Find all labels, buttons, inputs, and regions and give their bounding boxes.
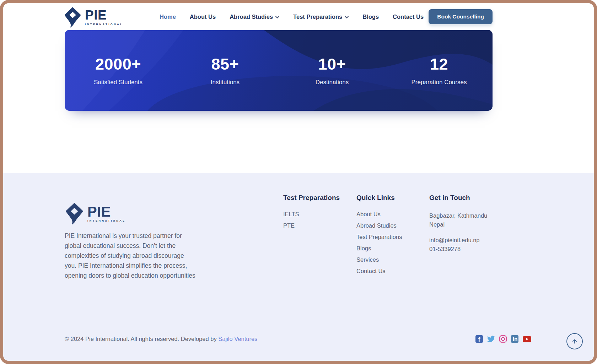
youtube-icon[interactable]: [523, 336, 531, 342]
pie-logo-icon: [65, 203, 85, 225]
nav-link-home[interactable]: Home: [160, 13, 176, 20]
twitter-icon[interactable]: [487, 336, 495, 342]
footer-logo: PIE INTERNATIONAL: [65, 203, 126, 225]
chevron-down-icon: [275, 16, 279, 18]
arrow-up-icon: [571, 337, 579, 345]
stat-satisfied-students: 2000+ Satisfied Students: [65, 55, 172, 86]
footer: PIE INTERNATIONAL PIE International is y…: [3, 173, 594, 361]
window-frame: PIE INTERNATIONAL Home About Us Abroad S…: [0, 0, 597, 364]
stat-value: 85+: [172, 55, 279, 74]
footer-column-title: Get in Touch: [429, 194, 488, 202]
book-counselling-button[interactable]: Book Counselling: [429, 9, 493, 24]
chevron-down-icon: [345, 16, 349, 18]
footer-column-quick-links: Quick Links About Us Abroad Studies Test…: [356, 194, 402, 279]
stat-label: Satisfied Students: [65, 79, 172, 86]
nav-link-test-preparations[interactable]: Test Preparations: [293, 13, 349, 20]
footer-link-ielts[interactable]: IELTS: [283, 211, 340, 217]
copyright: © 2024 Pie International. All rights res…: [65, 336, 257, 342]
stat-destinations: 10+ Destinations: [279, 55, 386, 86]
footer-column-title: Test Preparations: [283, 194, 340, 202]
copyright-text: © 2024 Pie International. All rights res…: [65, 336, 218, 342]
footer-address: Bagbazar, Kathmandu Nepal: [429, 211, 488, 229]
nav-link-blogs[interactable]: Blogs: [362, 13, 379, 20]
stat-label: Destinations: [279, 79, 386, 86]
page: PIE INTERNATIONAL Home About Us Abroad S…: [3, 3, 594, 361]
stat-value: 2000+: [65, 55, 172, 74]
linkedin-icon[interactable]: [511, 335, 518, 343]
footer-link-services[interactable]: Services: [356, 257, 402, 263]
footer-column-test-preparations: Test Preparations IELTS PTE: [283, 194, 340, 234]
footer-link-blogs[interactable]: Blogs: [356, 245, 402, 251]
footer-email[interactable]: info@pieintl.edu.np: [429, 236, 488, 245]
nav-link-abroad-studies[interactable]: Abroad Studies: [230, 13, 279, 20]
brand-name: PIE: [87, 205, 126, 218]
pie-logo-icon: [64, 7, 82, 28]
footer-column-title: Quick Links: [356, 194, 402, 202]
instagram-icon[interactable]: [499, 335, 507, 343]
brand-subtitle: INTERNATIONAL: [85, 23, 123, 26]
facebook-icon[interactable]: [475, 335, 483, 343]
footer-column-get-in-touch: Get in Touch Bagbazar, Kathmandu Nepal i…: [429, 194, 488, 254]
brand-subtitle: INTERNATIONAL: [87, 219, 126, 222]
nav-link-contact-us[interactable]: Contact Us: [393, 13, 424, 20]
scroll-to-top-button[interactable]: [566, 333, 583, 349]
stat-value: 10+: [279, 55, 386, 74]
footer-description: PIE International is your trusted partne…: [65, 231, 197, 281]
footer-link-contact-us[interactable]: Contact Us: [356, 268, 402, 274]
site-logo[interactable]: PIE INTERNATIONAL: [64, 7, 123, 28]
footer-phone[interactable]: 01-5339278: [429, 245, 488, 254]
footer-link-pte[interactable]: PTE: [283, 223, 340, 229]
stat-label: Institutions: [172, 79, 279, 86]
stat-value: 12: [386, 55, 493, 74]
footer-divider: [65, 320, 532, 320]
sajilo-ventures-link[interactable]: Sajilo Ventures: [218, 336, 257, 342]
nav-link-about-us[interactable]: About Us: [190, 13, 216, 20]
stats-row: 2000+ Satisfied Students 85+ Institution…: [65, 30, 493, 111]
stats-banner: 2000+ Satisfied Students 85+ Institution…: [65, 30, 493, 111]
footer-link-test-preparations[interactable]: Test Preparations: [356, 234, 402, 240]
footer-link-about-us[interactable]: About Us: [356, 211, 402, 217]
stat-preparation-courses: 12 Preparation Courses: [386, 55, 493, 86]
social-icons: [475, 335, 531, 343]
stat-institutions: 85+ Institutions: [172, 55, 279, 86]
footer-link-abroad-studies[interactable]: Abroad Studies: [356, 223, 402, 229]
nav-links: Home About Us Abroad Studies Test Prepar…: [160, 3, 424, 30]
stat-label: Preparation Courses: [386, 79, 493, 86]
navbar: PIE INTERNATIONAL Home About Us Abroad S…: [3, 3, 594, 30]
brand-name: PIE: [85, 9, 123, 22]
